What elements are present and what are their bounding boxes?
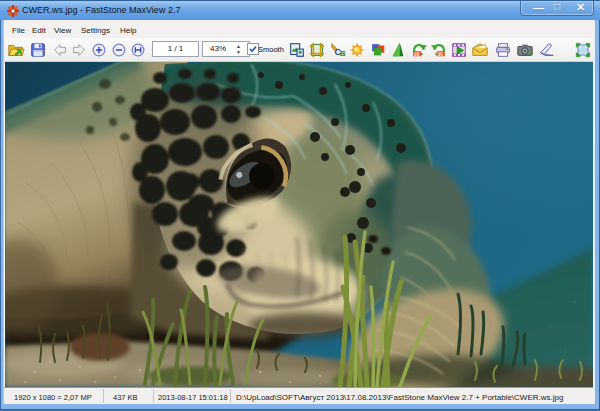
svg-text:90: 90	[414, 52, 420, 57]
svg-text:90: 90	[438, 52, 444, 57]
svg-text:B: B	[340, 49, 346, 58]
